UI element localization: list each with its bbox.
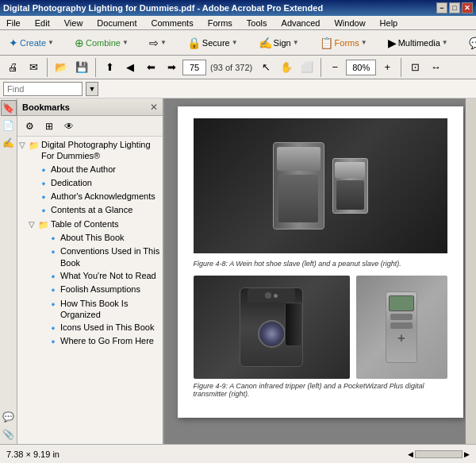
window-title: Digital Photography Lighting for Dummies… xyxy=(3,3,323,13)
bookmark-contents-glance[interactable]: 🔹 Contents at a Glance xyxy=(17,203,163,217)
combine-dropdown-arrow: ▼ xyxy=(122,39,129,46)
pdf-scrollbar[interactable] xyxy=(465,98,476,444)
menu-help[interactable]: Help xyxy=(377,17,401,29)
forms-button[interactable]: 📋 Forms ▼ xyxy=(314,33,373,53)
page-icon: 🔹 xyxy=(48,284,59,295)
sign-icon: ✍ xyxy=(259,37,272,49)
find-dropdown-button[interactable]: ▼ xyxy=(86,82,98,96)
bookmark-label: Conventions Used in This Book xyxy=(60,245,161,268)
bookmark-organized[interactable]: 🔹 How This Book Is Organized xyxy=(17,297,163,322)
signatures-icon[interactable]: ✍ xyxy=(1,135,17,151)
bookmark-about-author[interactable]: 🔹 About the Author xyxy=(17,163,163,176)
panel-header: Bookmarks ✕ xyxy=(17,98,163,116)
open-button[interactable]: 📂 xyxy=(52,59,71,76)
menu-bar: File Edit View Document Comments Forms T… xyxy=(0,16,476,30)
horizontal-scrollbar[interactable]: ◀ ▶ xyxy=(408,450,470,458)
page-icon: 🔹 xyxy=(48,271,59,282)
comment-panel-icon[interactable]: 💬 xyxy=(1,409,17,425)
menu-comments[interactable]: Comments xyxy=(148,17,197,29)
bookmark-not-read[interactable]: 🔹 What You're Not to Read xyxy=(17,269,163,283)
hand-tool[interactable]: ✋ xyxy=(277,59,296,76)
forward-button[interactable]: ➡ xyxy=(162,59,181,76)
sign-label: Sign xyxy=(274,38,291,48)
find-input[interactable] xyxy=(3,82,83,96)
bookmarks-panel: Bookmarks ✕ ⚙ ⊞ 👁 ▽ 📁 Digital Photograph… xyxy=(17,98,164,444)
forms-dropdown-arrow: ▼ xyxy=(361,39,367,46)
bookmark-icons[interactable]: 🔹 Icons Used in This Book xyxy=(17,321,163,334)
cursor-tool[interactable]: ↖ xyxy=(256,59,275,76)
combine-label: Combine xyxy=(86,38,121,48)
camera-grip xyxy=(285,303,302,346)
comment-button[interactable]: 💬 Comment ▼ xyxy=(463,33,476,53)
pdf-content-area[interactable]: Figure 4-8: A Wein hot shoe slave (left)… xyxy=(164,98,476,444)
export-icon: ⇨ xyxy=(149,37,159,49)
pages-icon[interactable]: 📄 xyxy=(1,118,17,133)
fit-width-button[interactable]: ↔ xyxy=(426,59,445,76)
export-button[interactable]: ⇨ ▼ xyxy=(144,33,172,53)
bookmark-dedication[interactable]: 🔹 Dedication xyxy=(17,176,163,190)
figure-4-9-caption: Figure 4-9: A Canon infrared tripper (le… xyxy=(194,382,447,398)
fit-page-button[interactable]: ⊡ xyxy=(405,59,424,76)
print-button[interactable]: 🖨 xyxy=(3,59,22,76)
save-button[interactable]: 💾 xyxy=(72,59,91,76)
menu-edit[interactable]: Edit xyxy=(32,17,53,29)
flash-units xyxy=(273,142,368,230)
folder-icon: 📁 xyxy=(38,219,49,230)
bookmark-label: Digital Photography Lighting For Dummies… xyxy=(41,139,161,162)
bookmarks-icon[interactable]: 🔖 xyxy=(1,100,17,116)
back-button[interactable]: ⬅ xyxy=(141,59,160,76)
combine-button[interactable]: ⊕ Combine ▼ xyxy=(69,33,134,53)
zoom-input[interactable] xyxy=(346,60,376,75)
menu-advanced[interactable]: Advanced xyxy=(278,17,324,29)
menu-window[interactable]: Window xyxy=(331,17,368,29)
menu-forms[interactable]: Forms xyxy=(205,17,236,29)
panel-close-button[interactable]: ✕ xyxy=(150,102,158,113)
prev-page-button[interactable]: ◀ xyxy=(121,59,140,76)
bookmark-where-to-go[interactable]: 🔹 Where to Go From Here xyxy=(17,334,163,348)
page-icon: 🔹 xyxy=(48,299,59,310)
multimedia-label: Multimedia xyxy=(398,38,440,48)
page-icon: 🔹 xyxy=(48,336,59,347)
main-toolbar: ✦ Create ▼ ⊕ Combine ▼ ⇨ ▼ 🔒 Secure ▼ ✍ … xyxy=(0,30,476,56)
create-button[interactable]: ✦ Create ▼ xyxy=(3,33,60,53)
transmitter-button1 xyxy=(390,314,413,320)
secure-button[interactable]: 🔒 Secure ▼ xyxy=(182,33,244,53)
panel-view-button[interactable]: 👁 xyxy=(60,118,78,134)
email-button[interactable]: ✉ xyxy=(24,59,43,76)
scroll-left-arrow[interactable]: ◀ xyxy=(408,450,413,458)
bookmark-assumptions[interactable]: 🔹 Foolish Assumptions xyxy=(17,283,163,296)
maximize-button[interactable]: □ xyxy=(449,2,460,14)
navigation-toolbar: 🖨 ✉ 📂 💾 ⬆ ◀ ⬅ ➡ (93 of 372) ↖ ✋ ⬜ − + ⊡ … xyxy=(0,56,476,79)
bookmarks-tree[interactable]: ▽ 📁 Digital Photography Lighting For Dum… xyxy=(17,137,163,444)
attach-icon[interactable]: 📎 xyxy=(1,426,17,442)
zoom-in-button[interactable]: + xyxy=(378,59,397,76)
upload-button[interactable]: ⬆ xyxy=(100,59,119,76)
transmitter-body: + xyxy=(386,291,417,363)
secure-label: Secure xyxy=(202,38,230,48)
zoom-out-button[interactable]: − xyxy=(325,59,344,76)
panel-expand-button[interactable]: ⊞ xyxy=(40,118,58,134)
create-dropdown-arrow: ▼ xyxy=(48,39,54,46)
create-icon: ✦ xyxy=(9,37,18,49)
menu-file[interactable]: File xyxy=(3,17,24,29)
secure-dropdown-arrow: ▼ xyxy=(232,39,238,46)
select-tool[interactable]: ⬜ xyxy=(298,59,317,76)
minimize-button[interactable]: − xyxy=(436,2,447,14)
bookmark-conventions[interactable]: 🔹 Conventions Used in This Book xyxy=(17,245,163,269)
multimedia-button[interactable]: ▶ Multimedia ▼ xyxy=(382,33,454,53)
panel-options-button[interactable]: ⚙ xyxy=(21,118,38,134)
menu-tools[interactable]: Tools xyxy=(244,17,271,29)
menu-view[interactable]: View xyxy=(61,17,86,29)
nav-sep3 xyxy=(321,58,321,77)
sign-button[interactable]: ✍ Sign ▼ xyxy=(253,33,305,53)
page-number-input[interactable] xyxy=(182,60,206,75)
close-button[interactable]: ✕ xyxy=(462,2,473,14)
page-icon: 🔹 xyxy=(38,178,49,189)
bookmark-acknowledgment[interactable]: 🔹 Author's Acknowledgments xyxy=(17,190,163,203)
bookmark-about-book[interactable]: 🔹 About This Book xyxy=(17,231,163,245)
bookmark-toc[interactable]: ▽ 📁 Table of Contents xyxy=(17,218,163,231)
comment-icon: 💬 xyxy=(469,37,476,49)
menu-document[interactable]: Document xyxy=(94,17,140,29)
bookmark-root[interactable]: ▽ 📁 Digital Photography Lighting For Dum… xyxy=(17,138,163,163)
scroll-right-arrow[interactable]: ▶ xyxy=(464,450,470,458)
